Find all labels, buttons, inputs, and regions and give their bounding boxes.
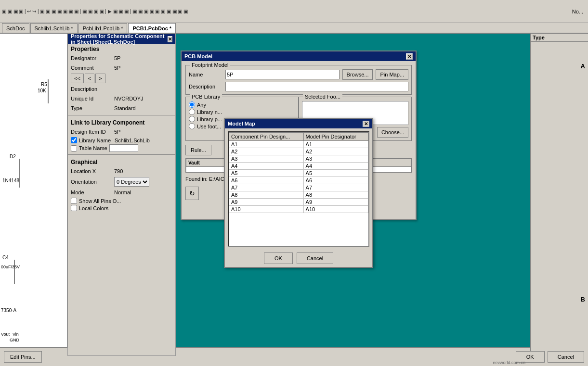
model-map-cancel-button[interactable]: Cancel [297,252,333,264]
pcb-model-close-icon[interactable]: ✕ [406,53,413,60]
radio-usefoot[interactable] [189,123,195,129]
edit-pins-button[interactable]: Edit Pins... [4,351,42,363]
tab-pcblib[interactable]: PcbLib1.PcbLib * [78,23,128,33]
library-name-checkbox[interactable] [71,137,77,143]
table-name-checkbox[interactable] [71,145,77,151]
label-a: A [581,63,585,70]
comment-label: Comment [71,65,114,71]
tab-schdoc[interactable]: SchDoc [2,23,29,33]
footprint-name-input[interactable] [225,70,340,79]
unique-id-row: Unique Id NVCRDOYJ [68,94,175,103]
comp-pin-cell: A5 [229,170,304,177]
toolbar-icons: ▣ ▣ ▣ ▣ | ↩ ↪ | ▣ ▣ ▣ ▣ ▣ ▣ ▣ | ▣ ▣ ▣ ▣ … [2,9,188,14]
type-header: Type [531,34,588,42]
model-map-close-icon[interactable]: ✕ [363,121,369,127]
model-map-row[interactable]: A9 A9 [229,199,368,206]
choose-button[interactable]: Choose... [377,127,408,138]
library-name-label: Library Name [79,138,111,143]
radio-libpath[interactable] [189,116,195,122]
model-map-row[interactable]: A5 A5 [229,170,368,177]
location-x-value: 790 [114,168,172,174]
model-map-row[interactable]: A6 A6 [229,177,368,184]
table-name-input[interactable] [109,144,138,152]
footprint-desc-input[interactable] [225,82,408,91]
comment-value: 5P [114,65,172,71]
show-all-pins-checkbox[interactable] [71,198,77,204]
properties-close-icon[interactable]: ✕ [168,36,172,42]
comment-row: Comment 5P [68,63,175,73]
radio-any-label: Any [197,102,206,108]
model-map-row[interactable]: A2 A2 [229,148,368,155]
radio-libname-label: Library n... [197,109,222,115]
pcb-model-title: PCB Model [184,53,212,59]
pcb-library-title: PCB Library [190,94,222,100]
footprint-name-label: Name [189,72,222,77]
browse-button[interactable]: Browse... [342,69,373,80]
model-pin-cell: A5 [303,170,368,177]
watermark: eevworld.com.cn [493,360,525,365]
properties-bg-titlebar: Properties for Schematic Component in Sh… [68,34,175,44]
tab-schlib-label: Schlib1.SchLib * [35,25,73,31]
main-cancel-button[interactable]: Cancel [548,351,584,363]
model-map-buttons: OK Cancel [225,250,372,267]
local-colors-checkbox[interactable] [71,205,77,211]
radio-any-row: Any [189,101,295,108]
library-name-value: Schlib1.SchLib [115,138,150,143]
model-pin-cell: A3 [303,155,368,163]
comp-pin-cell: A2 [229,148,304,155]
pin-map-button[interactable]: Pin Map... [376,69,408,80]
refresh-button[interactable]: ↻ [185,187,199,200]
table-name-label: Table Name [79,145,107,151]
unique-id-label: Unique Id [71,96,114,101]
mode-row: Mode Normal [68,188,175,197]
orientation-label: Orientation [71,179,114,185]
mode-label: Mode [71,189,114,195]
col-component-pin-header: Component Pin Design... [229,133,304,141]
nav-first-btn[interactable]: << [71,74,84,83]
comp-pin-cell: A10 [229,206,304,213]
comp-pin-cell: A1 [229,141,304,148]
schematic-svg [0,34,67,351]
model-map-row[interactable]: A10 A10 [229,206,368,213]
footprint-model-title: Footprint Model [190,62,230,68]
model-map-row[interactable]: A3 A3 [229,155,368,163]
radio-any[interactable] [189,101,195,108]
designator-row: Designator 5P [68,53,175,63]
nav-next-btn[interactable]: > [95,74,105,83]
description-row: Description [68,84,175,94]
tab-pcbdoc[interactable]: PCB1.PcbDoc * [128,23,176,33]
model-map-row[interactable]: A8 A8 [229,191,368,199]
footprint-desc-label: Description [189,84,222,89]
footprint-desc-row: Description [189,82,408,91]
model-map-row[interactable]: A1 A1 [229,141,368,148]
toolbar: ▣ ▣ ▣ ▣ | ↩ ↪ | ▣ ▣ ▣ ▣ ▣ ▣ ▣ | ▣ ▣ ▣ ▣ … [0,0,588,23]
comp-pin-cell: A6 [229,177,304,184]
radio-libname[interactable] [189,109,195,115]
orientation-row: Orientation 0 Degrees [68,176,175,188]
type-value: Standard [114,105,172,111]
footprint-model-group: Footprint Model Name Browse... Pin Map..… [185,65,412,95]
model-map-titlebar: Model Map ✕ [225,119,372,128]
divider-1 [68,115,175,115]
model-map-row[interactable]: A4 A4 [229,163,368,170]
tab-schlib[interactable]: Schlib1.SchLib * [30,23,78,33]
no-label: No... [572,9,583,14]
local-colors-row: Local Colors [68,204,175,212]
divider-2 [68,154,175,155]
model-pin-cell: A7 [303,184,368,191]
comp-pin-cell: A3 [229,155,304,163]
model-pin-cell: A9 [303,199,368,206]
comp-pin-cell: A8 [229,191,304,199]
orientation-select[interactable]: 0 Degrees [114,177,149,187]
model-map-ok-button[interactable]: OK [264,252,293,264]
model-pin-cell: A8 [303,191,368,199]
model-pin-cell: A4 [303,163,368,170]
properties-bg-title: Properties for Schematic Component in Sh… [71,33,168,45]
radio-usefoot-label: Use foot... [197,124,221,129]
nav-prev-btn[interactable]: < [85,74,94,83]
model-map-row[interactable]: A7 A7 [229,184,368,191]
model-pin-cell: A2 [303,148,368,155]
model-map-dialog: Model Map ✕ Component Pin Design... Mode… [224,118,373,268]
rule-button[interactable]: Rule... [185,145,211,155]
main-area: R5 10K D2 1N4148 C4 00uF/35V 7350-A Vout… [0,34,588,366]
